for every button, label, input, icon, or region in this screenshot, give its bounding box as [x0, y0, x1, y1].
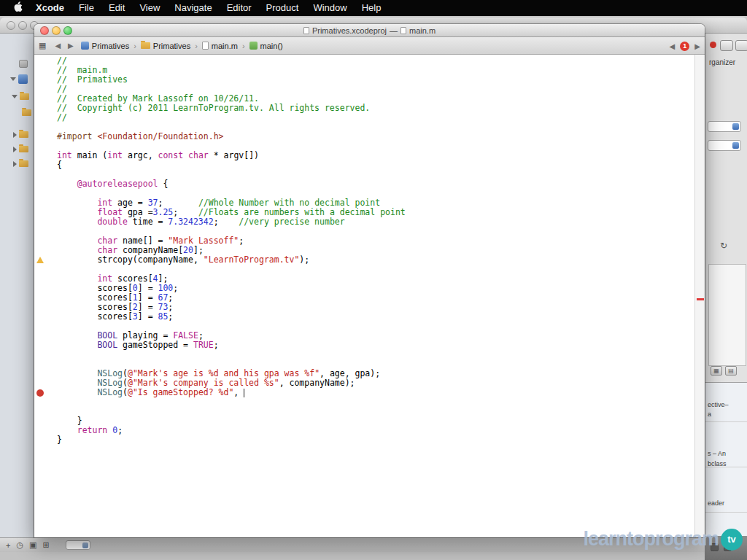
gutter-cell[interactable] — [34, 331, 57, 341]
crumb-function[interactable]: main() — [249, 42, 283, 50]
gutter-cell[interactable] — [34, 217, 57, 227]
gutter-cell[interactable] — [34, 179, 57, 189]
window-titlebar[interactable]: Primatives.xcodeproj — main.m — [34, 24, 705, 37]
recent-filter-icon[interactable]: ◷ — [16, 540, 23, 550]
code-line[interactable]: BOOL gameStopped = TRUE; — [34, 341, 694, 350]
code-line[interactable] — [34, 350, 694, 359]
group-row[interactable] — [13, 146, 28, 152]
menu-view[interactable]: View — [132, 0, 167, 16]
menu-xcode[interactable]: Xcode — [28, 0, 71, 16]
code-line[interactable]: @autoreleasepool { — [34, 179, 694, 189]
gutter-cell[interactable] — [34, 189, 57, 198]
inactive-close-button[interactable] — [7, 21, 15, 30]
back-arrow-icon[interactable]: ◀ — [55, 42, 61, 50]
gutter-cell[interactable] — [34, 85, 57, 94]
gutter-cell[interactable] — [34, 284, 57, 293]
gutter-cell[interactable] — [34, 359, 57, 369]
menu-editor[interactable]: Editor — [220, 0, 259, 16]
disclosure-closed-icon[interactable] — [13, 132, 17, 138]
gutter-cell[interactable] — [34, 378, 57, 388]
folder-icon[interactable] — [22, 109, 31, 116]
warning-badge-icon[interactable] — [36, 257, 44, 263]
gutter-cell[interactable] — [34, 151, 57, 160]
refresh-icon[interactable]: ↻ — [720, 241, 727, 251]
menu-window[interactable]: Window — [306, 0, 354, 16]
issue-count-badge[interactable]: 1 — [680, 42, 689, 51]
issue-forward-arrow-icon[interactable]: ▶ — [694, 42, 700, 50]
disclosure-open-icon[interactable] — [10, 77, 16, 81]
inactive-minimize-button[interactable] — [18, 21, 27, 30]
group-row[interactable] — [12, 93, 29, 100]
gutter-cell[interactable] — [34, 341, 57, 350]
inspector-dropdown[interactable] — [708, 140, 741, 151]
editor-mode-button[interactable] — [720, 40, 733, 51]
gutter-cell[interactable] — [34, 132, 57, 141]
gutter-cell[interactable] — [34, 94, 57, 104]
gutter-cell[interactable] — [34, 66, 57, 75]
code-line[interactable]: // Primatives — [34, 75, 694, 85]
gutter-cell[interactable] — [34, 75, 57, 85]
crumb-file[interactable]: main.m — [202, 42, 238, 50]
gutter-cell[interactable] — [34, 426, 57, 435]
grid-filter-icon[interactable]: ⊞ — [42, 540, 49, 550]
add-button[interactable]: + — [6, 541, 10, 550]
code-line[interactable]: // — [34, 113, 694, 122]
apple-menu[interactable] — [7, 1, 28, 15]
related-items-icon[interactable]: ▦ — [39, 41, 46, 50]
code-editor[interactable]: //// main.m// Primatives//// Created by … — [34, 55, 705, 537]
code-line[interactable]: } — [34, 435, 694, 445]
editor-scrollbar[interactable] — [694, 55, 705, 537]
gutter-cell[interactable] — [34, 303, 57, 312]
gutter-cell[interactable] — [34, 208, 57, 217]
gutter-cell[interactable] — [34, 113, 57, 122]
gutter-cell[interactable] — [34, 198, 57, 208]
issue-back-arrow-icon[interactable]: ◀ — [670, 42, 676, 50]
code-line[interactable]: NSLog(@"Is gameStopped? %d", — [34, 388, 694, 397]
library-list-button[interactable]: ▤ — [725, 366, 737, 376]
code-line[interactable]: // main.m — [34, 66, 694, 75]
crumb-group[interactable]: Primatives — [141, 42, 190, 50]
gutter-cell[interactable] — [34, 236, 57, 246]
gutter-cell[interactable] — [34, 369, 57, 378]
gutter-cell[interactable] — [34, 397, 57, 407]
gutter-cell[interactable] — [34, 274, 57, 284]
code-line[interactable] — [34, 407, 694, 416]
gutter-cell[interactable] — [34, 350, 57, 359]
code-line[interactable]: scores[3] = 85; — [34, 312, 694, 322]
code-line[interactable] — [34, 397, 694, 407]
gutter-cell[interactable] — [34, 255, 57, 265]
code-line[interactable]: } — [34, 416, 694, 426]
filter-popup[interactable] — [66, 540, 90, 550]
menu-file[interactable]: File — [71, 0, 101, 16]
library-item[interactable]: ective– a — [705, 383, 747, 422]
gutter-cell[interactable] — [34, 160, 57, 170]
disclosure-closed-icon[interactable] — [13, 161, 17, 167]
menu-help[interactable]: Help — [355, 0, 389, 16]
gutter-cell[interactable] — [34, 322, 57, 331]
flag-filter-icon[interactable]: ▣ — [29, 540, 36, 550]
code-line[interactable]: strcopy(companyName, "LearnToProgram.tv"… — [34, 255, 694, 265]
library-grid-button[interactable]: ▦ — [711, 366, 722, 376]
menu-product[interactable]: Product — [259, 0, 306, 16]
code-line[interactable]: // Copyright (c) 2011 LearnToProgram.tv.… — [34, 104, 694, 113]
disclosure-closed-icon[interactable] — [13, 147, 17, 152]
group-row[interactable] — [13, 131, 28, 138]
forward-arrow-icon[interactable]: ▶ — [68, 42, 74, 50]
library-item[interactable]: eader — [705, 467, 747, 513]
disclosure-open-icon[interactable] — [12, 95, 18, 98]
gutter-cell[interactable] — [34, 265, 57, 274]
gutter-cell[interactable] — [34, 407, 57, 416]
error-badge-icon[interactable] — [36, 389, 44, 397]
crumb-project[interactable]: Primatives — [81, 42, 129, 50]
code-line[interactable]: { — [34, 160, 694, 170]
view-toggle-button[interactable] — [735, 40, 747, 51]
gutter-cell[interactable] — [34, 388, 57, 397]
gutter-cell[interactable] — [34, 141, 57, 151]
gutter-cell[interactable] — [34, 312, 57, 322]
scheme-icon[interactable] — [19, 60, 28, 68]
gutter-cell[interactable] — [34, 227, 57, 236]
library-item[interactable]: s – An bclass — [705, 422, 747, 467]
menu-navigate[interactable]: Navigate — [167, 0, 219, 16]
menu-edit[interactable]: Edit — [101, 0, 132, 16]
gutter-cell[interactable] — [34, 435, 57, 445]
